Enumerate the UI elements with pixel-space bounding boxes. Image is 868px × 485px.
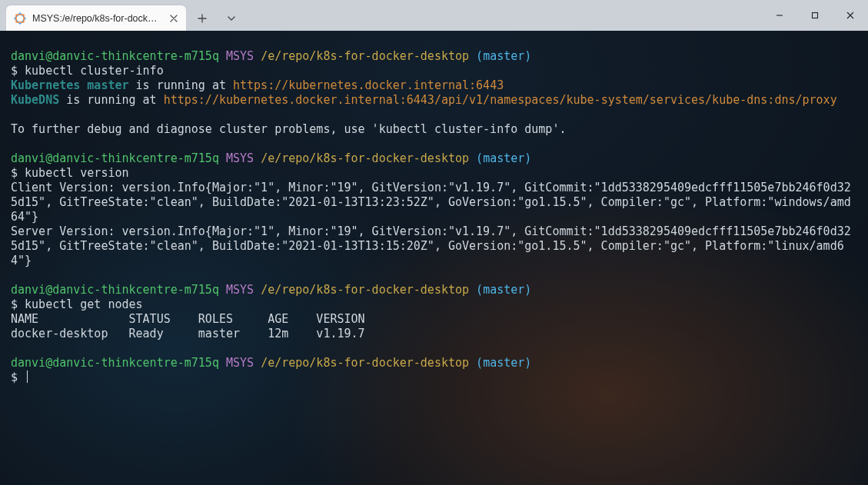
tab-title: MSYS:/e/repo/k8s-for-docker-d [32, 13, 161, 24]
svc2-url: https://kubernetes.docker.internal:6443/… [164, 93, 837, 107]
hint-line: To further debug and diagnose cluster pr… [11, 122, 566, 136]
maximize-button[interactable] [797, 0, 833, 31]
cursor-icon [27, 370, 28, 383]
svc2-mid: is running at [59, 93, 163, 107]
new-tab-button[interactable] [189, 5, 215, 31]
version-server: Server Version: version.Info{Major:"1", … [11, 224, 851, 267]
terminal-pane[interactable]: danvi@danvic-thinkcentre-m715q MSYS /e/r… [0, 31, 868, 485]
prompt-env: MSYS [226, 151, 254, 165]
prompt-user: danvi@danvic-thinkcentre-m715q [11, 151, 219, 165]
prompt-env: MSYS [226, 49, 254, 63]
window-controls [762, 0, 868, 31]
prompt-branch: (master) [476, 49, 531, 63]
prompt-user: danvi@danvic-thinkcentre-m715q [11, 49, 219, 63]
svc1-mid: is running at [129, 78, 233, 92]
tab-dropdown-button[interactable] [218, 5, 244, 31]
command-3: kubectl get nodes [25, 297, 143, 311]
prompt-branch: (master) [476, 283, 531, 297]
tab-active[interactable]: MSYS:/e/repo/k8s-for-docker-d [6, 5, 186, 31]
minimize-button[interactable] [762, 0, 797, 31]
prompt-user: danvi@danvic-thinkcentre-m715q [11, 283, 219, 297]
tab-bar: MSYS:/e/repo/k8s-for-docker-d [0, 0, 244, 31]
titlebar: MSYS:/e/repo/k8s-for-docker-d [0, 0, 868, 31]
command-2: kubectl version [25, 166, 128, 180]
svg-rect-2 [813, 13, 818, 18]
prompt-cwd: /e/repo/k8s-for-docker-desktop [261, 49, 469, 63]
prompt-cwd: /e/repo/k8s-for-docker-desktop [261, 151, 469, 165]
command-1: kubectl cluster-info [25, 64, 164, 78]
terminal-app-icon [14, 12, 26, 25]
prompt-sigil: $ [11, 64, 18, 78]
prompt-cwd: /e/repo/k8s-for-docker-desktop [261, 283, 469, 297]
svc1-url: https://kubernetes.docker.internal:6443 [233, 78, 504, 92]
svc-kubernetes-master: Kubernetes master [11, 78, 129, 92]
prompt-user: danvi@danvic-thinkcentre-m715q [11, 356, 219, 370]
nodes-row: docker-desktop Ready master 12m v1.19.7 [11, 327, 365, 340]
prompt-cwd: /e/repo/k8s-for-docker-desktop [261, 356, 469, 370]
prompt-sigil: $ [11, 166, 18, 180]
svg-marker-1 [14, 12, 26, 25]
prompt-branch: (master) [476, 356, 531, 370]
prompt-env: MSYS [226, 356, 254, 370]
close-window-button[interactable] [833, 0, 868, 31]
prompt-branch: (master) [476, 151, 531, 165]
nodes-header: NAME STATUS ROLES AGE VERSION [11, 312, 365, 326]
prompt-sigil: $ [11, 370, 18, 384]
prompt-sigil: $ [11, 297, 18, 311]
tab-close-button[interactable] [168, 12, 180, 25]
svc-kubedns: KubeDNS [11, 93, 59, 107]
prompt-env: MSYS [226, 283, 254, 297]
terminal-output: danvi@danvic-thinkcentre-m715q MSYS /e/r… [0, 31, 868, 396]
version-client: Client Version: version.Info{Major:"1", … [11, 181, 851, 224]
